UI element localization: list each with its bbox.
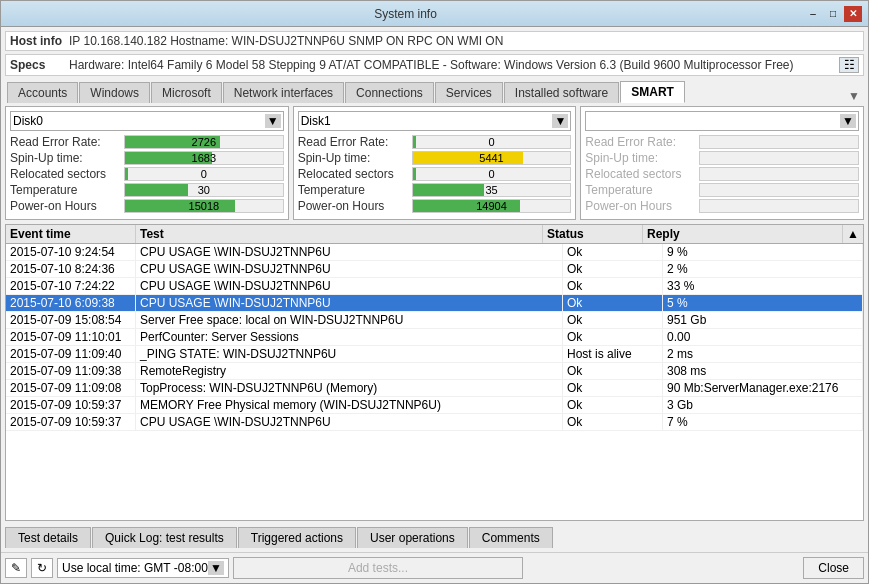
tab-connections[interactable]: Connections: [345, 82, 434, 103]
log-cell-reply: 3 Gb: [663, 397, 863, 413]
tab-accounts[interactable]: Accounts: [7, 82, 78, 103]
tab-services[interactable]: Services: [435, 82, 503, 103]
col-event-time: Event time: [6, 225, 136, 243]
disk0-stat-4: Power-on Hours 15018: [10, 199, 284, 213]
log-cell-status: Host is alive: [563, 346, 663, 362]
log-row[interactable]: 2015-07-10 7:24:22 CPU USAGE \WIN-DSUJ2T…: [6, 278, 863, 295]
tab-comments[interactable]: Comments: [469, 527, 553, 548]
log-row[interactable]: 2015-07-09 11:09:40 _PING STATE: WIN-DSU…: [6, 346, 863, 363]
log-cell-reply: 951 Gb: [663, 312, 863, 328]
log-cell-status: Ok: [563, 380, 663, 396]
log-row[interactable]: 2015-07-09 15:08:54 Server Free space: l…: [6, 312, 863, 329]
log-table: Event time Test Status Reply ▲ 2015-07-1…: [5, 224, 864, 521]
host-info-row: Host info IP 10.168.140.182 Hostname: WI…: [5, 31, 864, 51]
disk1-card: Disk1 ▼ Read Error Rate: 0 Spin-Up time:: [293, 106, 577, 220]
disk0-select[interactable]: Disk0 ▼: [10, 111, 284, 131]
tab-quick-log[interactable]: Quick Log: test results: [92, 527, 237, 548]
log-header: Event time Test Status Reply ▲: [6, 225, 863, 244]
log-cell-reply: 2 ms: [663, 346, 863, 362]
main-tabs: Accounts Windows Microsoft Network inter…: [5, 79, 864, 103]
log-cell-reply: 33 %: [663, 278, 863, 294]
specs-value: Hardware: Intel64 Family 6 Model 58 Step…: [69, 58, 835, 72]
main-content: Host info IP 10.168.140.182 Hostname: WI…: [1, 27, 868, 552]
log-row[interactable]: 2015-07-09 10:59:37 CPU USAGE \WIN-DSUJ2…: [6, 414, 863, 431]
disk2-stat-4: Power-on Hours: [585, 199, 859, 213]
disk1-arrow: ▼: [552, 114, 568, 128]
log-cell-event-time: 2015-07-09 10:59:37: [6, 397, 136, 413]
minimize-button[interactable]: –: [804, 6, 822, 22]
log-row[interactable]: 2015-07-09 10:59:37 MEMORY Free Physical…: [6, 397, 863, 414]
log-cell-reply: 7 %: [663, 414, 863, 430]
log-cell-status: Ok: [563, 244, 663, 260]
tab-installed-software[interactable]: Installed software: [504, 82, 619, 103]
host-info-label: Host info: [10, 34, 65, 48]
disk2-select[interactable]: ▼: [585, 111, 859, 131]
window-title: System info: [7, 7, 804, 21]
log-cell-test: CPU USAGE \WIN-DSUJ2TNNP6U: [136, 261, 563, 277]
log-cell-event-time: 2015-07-10 9:24:54: [6, 244, 136, 260]
disk1-stat-2: Relocated sectors 0: [298, 167, 572, 181]
tab-windows[interactable]: Windows: [79, 82, 150, 103]
log-cell-status: Ok: [563, 278, 663, 294]
timezone-dropdown[interactable]: Use local time: GMT -08:00 ▼: [57, 558, 229, 578]
log-cell-reply: 2 %: [663, 261, 863, 277]
log-cell-reply: 5 %: [663, 295, 863, 311]
tab-user-operations[interactable]: User operations: [357, 527, 468, 548]
footer-icon-2[interactable]: ↻: [31, 558, 53, 578]
title-bar: System info – □ ✕: [1, 1, 868, 27]
disk1-stat-4: Power-on Hours 14904: [298, 199, 572, 213]
log-cell-status: Ok: [563, 329, 663, 345]
close-button[interactable]: ✕: [844, 6, 862, 22]
log-row[interactable]: 2015-07-09 11:09:38 RemoteRegistry Ok 30…: [6, 363, 863, 380]
footer-icon-1[interactable]: ✎: [5, 558, 27, 578]
disk0-stat-0: Read Error Rate: 2726: [10, 135, 284, 149]
col-reply: Reply: [643, 225, 843, 243]
disk1-name: Disk1: [301, 114, 331, 128]
log-cell-reply: 90 Mb:ServerManager.exe:2176: [663, 380, 863, 396]
log-cell-status: Ok: [563, 295, 663, 311]
tab-microsoft[interactable]: Microsoft: [151, 82, 222, 103]
tab-test-details[interactable]: Test details: [5, 527, 91, 548]
log-body: 2015-07-10 9:24:54 CPU USAGE \WIN-DSUJ2T…: [6, 244, 863, 520]
log-cell-test: CPU USAGE \WIN-DSUJ2TNNP6U: [136, 414, 563, 430]
log-cell-status: Ok: [563, 312, 663, 328]
log-cell-event-time: 2015-07-09 10:59:37: [6, 414, 136, 430]
specs-icon[interactable]: ☷: [839, 57, 859, 73]
tab-smart[interactable]: SMART: [620, 81, 685, 103]
log-cell-test: CPU USAGE \WIN-DSUJ2TNNP6U: [136, 244, 563, 260]
log-cell-test: RemoteRegistry: [136, 363, 563, 379]
log-row[interactable]: 2015-07-09 11:09:08 TopProcess: WIN-DSUJ…: [6, 380, 863, 397]
disk0-stat-3: Temperature 30: [10, 183, 284, 197]
log-cell-event-time: 2015-07-09 11:10:01: [6, 329, 136, 345]
log-cell-test: PerfCounter: Server Sessions: [136, 329, 563, 345]
log-cell-reply: 0.00: [663, 329, 863, 345]
close-button-footer[interactable]: Close: [803, 557, 864, 579]
system-info-window: System info – □ ✕ Host info IP 10.168.14…: [0, 0, 869, 584]
log-cell-event-time: 2015-07-10 8:24:36: [6, 261, 136, 277]
add-tests-button[interactable]: Add tests...: [233, 557, 523, 579]
tab-triggered-actions[interactable]: Triggered actions: [238, 527, 356, 548]
log-cell-test: _PING STATE: WIN-DSUJ2TNNP6U: [136, 346, 563, 362]
disk2-arrow: ▼: [840, 114, 856, 128]
disk1-select[interactable]: Disk1 ▼: [298, 111, 572, 131]
log-row[interactable]: 2015-07-10 9:24:54 CPU USAGE \WIN-DSUJ2T…: [6, 244, 863, 261]
tab-network-interfaces[interactable]: Network interfaces: [223, 82, 344, 103]
col-sort-arrow[interactable]: ▲: [843, 225, 863, 243]
disk2-card: ▼ Read Error Rate: Spin-Up time: Relocat…: [580, 106, 864, 220]
disk2-stat-1: Spin-Up time:: [585, 151, 859, 165]
disk1-stat-3: Temperature 35: [298, 183, 572, 197]
specs-row: Specs Hardware: Intel64 Family 6 Model 5…: [5, 54, 864, 76]
log-cell-event-time: 2015-07-10 6:09:38: [6, 295, 136, 311]
log-row[interactable]: 2015-07-10 8:24:36 CPU USAGE \WIN-DSUJ2T…: [6, 261, 863, 278]
log-cell-event-time: 2015-07-09 11:09:08: [6, 380, 136, 396]
timezone-arrow: ▼: [208, 561, 224, 575]
log-cell-status: Ok: [563, 261, 663, 277]
log-row[interactable]: 2015-07-10 6:09:38 CPU USAGE \WIN-DSUJ2T…: [6, 295, 863, 312]
specs-label: Specs: [10, 58, 65, 72]
log-cell-event-time: 2015-07-09 11:09:40: [6, 346, 136, 362]
disk1-stat-1: Spin-Up time: 5441: [298, 151, 572, 165]
disk2-stat-0: Read Error Rate:: [585, 135, 859, 149]
maximize-button[interactable]: □: [824, 6, 842, 22]
log-row[interactable]: 2015-07-09 11:10:01 PerfCounter: Server …: [6, 329, 863, 346]
disk0-card: Disk0 ▼ Read Error Rate: 2726 Spin-Up ti…: [5, 106, 289, 220]
